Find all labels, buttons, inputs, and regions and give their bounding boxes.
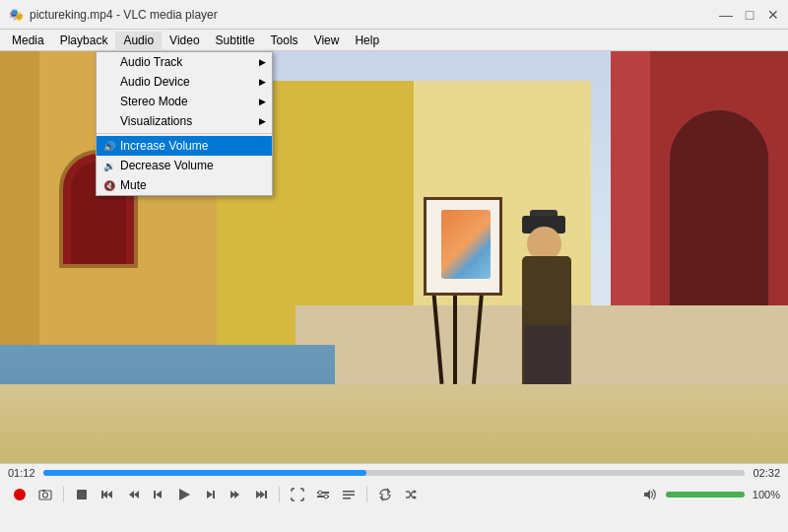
stereo-mode-icon	[102, 95, 116, 108]
skip-start-button[interactable]	[96, 483, 119, 506]
painter-figure	[512, 187, 591, 384]
extended-settings-button[interactable]	[311, 483, 335, 506]
menu-bar: Media Playback Audio Video Subtitle Tool…	[0, 30, 788, 51]
close-button[interactable]: ✕	[762, 4, 784, 26]
window-controls: — □ ✕	[715, 4, 784, 26]
menu-visualizations[interactable]: Visualizations	[97, 111, 272, 131]
svg-marker-6	[107, 491, 112, 499]
svg-marker-9	[134, 491, 139, 499]
svg-marker-8	[129, 491, 134, 499]
svg-marker-10	[156, 491, 162, 499]
svg-marker-28	[414, 496, 417, 499]
svg-rect-24	[343, 491, 355, 493]
volume-button[interactable]	[638, 483, 662, 506]
menu-audio[interactable]: Audio	[115, 32, 162, 49]
foreground-ground	[0, 384, 788, 463]
arch-right	[670, 110, 768, 307]
menu-stereo-mode[interactable]: Stereo Mode	[97, 92, 272, 111]
loop-button[interactable]	[373, 483, 397, 506]
audio-dropdown-menu: Audio Track Audio Device Stereo Mode Vis…	[96, 51, 273, 196]
next-chapter-button[interactable]	[198, 483, 222, 506]
svg-rect-3	[42, 490, 45, 492]
svg-marker-27	[414, 490, 417, 494]
stop-button[interactable]	[70, 483, 94, 506]
audio-track-icon	[102, 55, 116, 69]
menu-audio-device[interactable]: Audio Device	[97, 72, 272, 92]
svg-rect-25	[343, 495, 355, 497]
volume-fill	[666, 492, 745, 498]
menu-mute[interactable]: 🔇 Mute	[97, 175, 272, 195]
audio-device-icon	[102, 75, 116, 89]
svg-marker-29	[644, 490, 650, 499]
prev-chapter-button[interactable]	[147, 483, 170, 506]
svg-rect-14	[213, 491, 215, 499]
svg-marker-13	[207, 491, 213, 499]
svg-rect-11	[154, 491, 156, 499]
controls-bar: 01:12 02:32	[0, 463, 788, 532]
volume-label: 100%	[749, 489, 780, 500]
volume-slider[interactable]	[666, 492, 745, 498]
window-title: pictureking.mp4 - VLC media player	[30, 8, 780, 22]
playlist-button[interactable]	[337, 483, 361, 506]
time-current: 01:12	[8, 467, 37, 479]
svg-point-22	[318, 491, 322, 495]
menu-video[interactable]: Video	[162, 32, 207, 49]
increase-volume-icon: 🔊	[102, 139, 116, 153]
menu-separator	[97, 133, 272, 134]
sep-1	[63, 487, 64, 502]
minimize-button[interactable]: —	[715, 4, 737, 26]
svg-rect-19	[265, 491, 267, 499]
menu-subtitle[interactable]: Subtitle	[208, 32, 263, 49]
step-back-button[interactable]	[121, 483, 145, 506]
app-icon: 🎭	[8, 7, 24, 23]
progress-fill	[43, 470, 366, 476]
svg-rect-7	[101, 491, 103, 499]
svg-point-23	[324, 495, 328, 499]
svg-point-0	[14, 489, 26, 500]
play-button[interactable]	[172, 483, 196, 506]
svg-marker-16	[234, 491, 239, 499]
menu-media[interactable]: Media	[4, 32, 52, 49]
fullscreen-button[interactable]	[286, 483, 309, 506]
playback-controls: 100%	[0, 479, 788, 510]
menu-tools[interactable]: Tools	[263, 32, 306, 49]
snapshot-button[interactable]	[33, 483, 57, 506]
skip-end-button[interactable]	[249, 483, 273, 506]
menu-playback[interactable]: Playback	[52, 32, 116, 49]
menu-view[interactable]: View	[306, 32, 348, 49]
menu-decrease-volume[interactable]: 🔉 Decrease Volume	[97, 156, 272, 175]
time-total: 02:32	[751, 467, 780, 479]
svg-rect-26	[343, 498, 351, 499]
painter-legs	[524, 325, 569, 384]
visualizations-icon	[102, 114, 116, 128]
mute-icon: 🔇	[102, 178, 116, 192]
canvas-figure	[441, 210, 491, 279]
volume-area: 100%	[638, 483, 780, 506]
menu-help[interactable]: Help	[347, 32, 387, 49]
progress-bar[interactable]	[43, 470, 745, 476]
svg-rect-4	[77, 490, 87, 499]
svg-point-2	[43, 493, 48, 498]
random-button[interactable]	[399, 483, 423, 506]
record-button[interactable]	[8, 483, 32, 506]
maximize-button[interactable]: □	[739, 4, 760, 26]
svg-marker-12	[179, 489, 190, 500]
title-bar: 🎭 pictureking.mp4 - VLC media player — □…	[0, 0, 788, 30]
sep-2	[279, 487, 280, 502]
svg-marker-18	[260, 491, 265, 499]
decrease-volume-icon: 🔉	[102, 159, 116, 172]
svg-rect-1	[39, 491, 51, 499]
easel	[414, 207, 512, 384]
menu-audio-track[interactable]: Audio Track	[97, 52, 272, 72]
canvas-frame	[424, 197, 502, 296]
sep-3	[366, 487, 367, 502]
menu-increase-volume[interactable]: 🔊 Increase Volume	[97, 136, 272, 156]
step-forward-button[interactable]	[224, 483, 247, 506]
time-bar: 01:12 02:32	[0, 464, 788, 479]
